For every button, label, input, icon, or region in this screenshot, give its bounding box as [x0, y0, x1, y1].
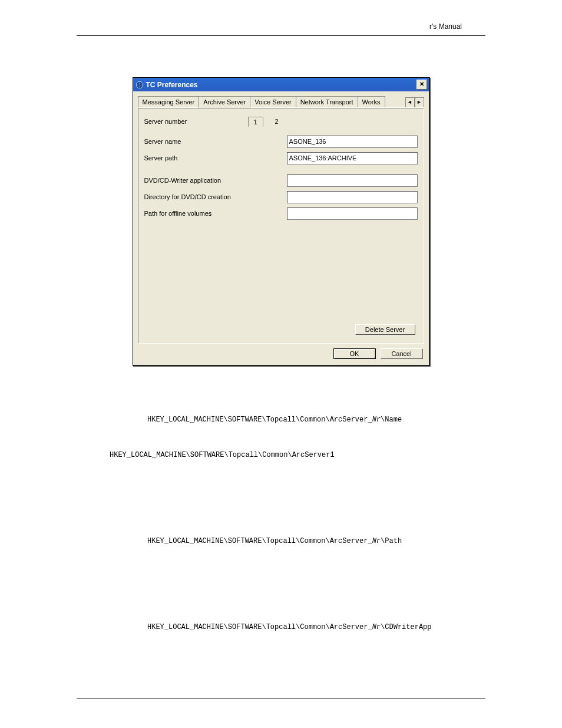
input-offline[interactable] [287, 207, 418, 220]
delete-server-button[interactable]: Delete Server [355, 324, 415, 335]
close-icon: ✕ [419, 81, 424, 87]
archive-server-panel: Server number 1 2 Server name Server pat… [138, 108, 424, 344]
label-dvd-dir: Directory for DVD/CD creation [144, 193, 287, 200]
row-server-path: Server path [144, 151, 418, 165]
tab-voice-server[interactable]: Voice Server [250, 96, 296, 107]
dialog-action-row: OK Cancel [138, 344, 424, 360]
row-offline: Path for offline volumes [144, 206, 418, 220]
label-dvd-app: DVD/CD-Writer application [144, 177, 287, 184]
tab-workstation[interactable]: Works [358, 96, 385, 107]
tab-messaging-server[interactable]: Messaging Server [138, 96, 200, 107]
input-server-name[interactable] [287, 136, 418, 148]
page-header-fragment: r's Manual [429, 22, 462, 31]
tc-preferences-dialog: TC Preferences ✕ Messaging Server Archiv… [133, 77, 430, 366]
input-dvd-dir[interactable] [287, 191, 418, 203]
label-server-number: Server number [144, 118, 248, 125]
tab-scroll-buttons: ◄ ► [405, 97, 424, 107]
tab-scroll-right[interactable]: ► [415, 97, 424, 107]
label-server-path: Server path [144, 154, 248, 162]
document-page: r's Manual TC Preferences ✕ Messaging Se… [0, 0, 562, 728]
row-dvd-dir: Directory for DVD/CD creation [144, 190, 418, 204]
dialog-title: TC Preferences [146, 81, 198, 89]
dialog-titlebar: TC Preferences ✕ [133, 78, 429, 91]
dialog-body: Messaging Server Archive Server Voice Se… [133, 91, 429, 365]
tab-archive-server[interactable]: Archive Server [199, 96, 250, 108]
row-server-number: Server number 1 2 [144, 114, 418, 129]
server-number-1[interactable]: 1 [248, 117, 263, 127]
arrow-right-icon: ► [416, 99, 422, 105]
app-icon [135, 81, 144, 89]
input-server-path[interactable] [287, 152, 418, 164]
document-body-text: HKEY_LOCAL_MACHINE\SOFTWARE\Topcall\Comm… [77, 390, 485, 675]
close-button[interactable]: ✕ [416, 80, 427, 90]
footer-rule [77, 699, 485, 699]
tab-strip: Messaging Server Archive Server Voice Se… [138, 96, 424, 108]
arrow-left-icon: ◄ [407, 99, 412, 105]
label-server-name: Server name [144, 138, 248, 145]
registry-key-path: HKEY_LOCAL_MACHINE\SOFTWARE\Topcall\Comm… [147, 536, 485, 546]
ok-button[interactable]: OK [333, 348, 376, 359]
screenshot-figure: TC Preferences ✕ Messaging Server Archiv… [77, 77, 485, 366]
server-number-2[interactable]: 2 [272, 118, 282, 125]
label-offline: Path for offline volumes [144, 210, 287, 217]
server-number-tabs: 1 2 [248, 117, 282, 127]
registry-example: HKEY_LOCAL_MACHINE\SOFTWARE\Topcall\Comm… [110, 450, 485, 460]
cancel-button[interactable]: Cancel [381, 348, 423, 359]
row-dvd-app: DVD/CD-Writer application [144, 173, 418, 187]
registry-key-cdwriter: HKEY_LOCAL_MACHINE\SOFTWARE\Topcall\Comm… [147, 622, 485, 633]
registry-key-name: HKEY_LOCAL_MACHINE\SOFTWARE\Topcall\Comm… [147, 414, 485, 425]
input-dvd-app[interactable] [287, 174, 418, 187]
tab-network-transport[interactable]: Network Transport [296, 96, 358, 107]
header-rule [77, 35, 485, 36]
tab-scroll-left[interactable]: ◄ [405, 97, 415, 107]
row-server-name: Server name [144, 134, 418, 149]
